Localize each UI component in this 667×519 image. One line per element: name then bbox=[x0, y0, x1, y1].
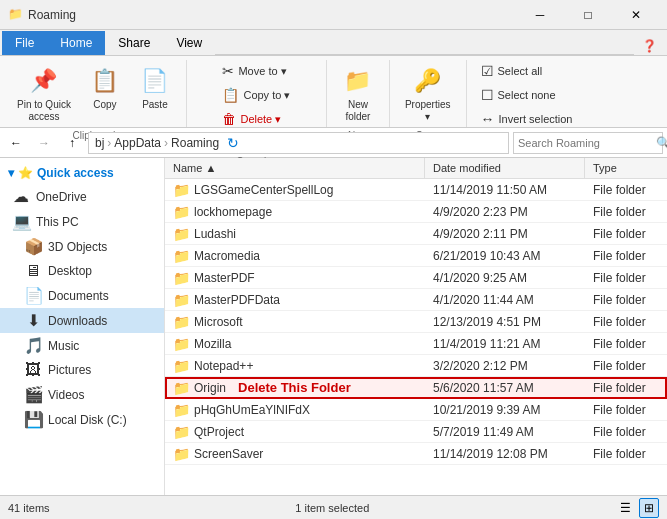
local-disk-icon: 💾 bbox=[24, 410, 42, 429]
file-type-cell: File folder bbox=[585, 313, 667, 331]
sidebar-item-this-pc[interactable]: 💻 This PC bbox=[0, 209, 164, 234]
tab-view[interactable]: View bbox=[163, 31, 215, 55]
properties-icon: 🔑 bbox=[412, 65, 444, 97]
address-path[interactable]: bj › AppData › Roaming ↻ bbox=[88, 132, 509, 154]
address-bar: ← → ↑ bj › AppData › Roaming ↻ 🔍 bbox=[0, 128, 667, 158]
table-row[interactable]: 📁Macromedia6/21/2019 10:43 AMFile folder bbox=[165, 245, 667, 267]
delete-label: Delete ▾ bbox=[240, 113, 281, 126]
search-input[interactable] bbox=[518, 137, 656, 149]
properties-button[interactable]: 🔑 Properties▾ bbox=[398, 60, 458, 128]
folder-icon: 📁 bbox=[173, 336, 190, 352]
copy-icon: 📋 bbox=[89, 65, 121, 97]
sidebar-item-videos[interactable]: 🎬 Videos bbox=[0, 382, 164, 407]
sidebar-item-local-disk-c[interactable]: 💾 Local Disk (C:) bbox=[0, 407, 164, 432]
pin-quick-access-button[interactable]: 📌 Pin to Quickaccess bbox=[10, 60, 78, 128]
details-view-button[interactable]: ☰ bbox=[615, 498, 635, 518]
table-row[interactable]: 📁LGSGameCenterSpellLog11/14/2019 11:50 A… bbox=[165, 179, 667, 201]
item-count: 41 items bbox=[8, 502, 50, 514]
sidebar: ▾ ⭐ Quick access ☁ OneDrive 💻 This PC 📦 … bbox=[0, 158, 165, 495]
tab-share[interactable]: Share bbox=[105, 31, 163, 55]
folder-icon: 📁 bbox=[173, 424, 190, 440]
delete-button[interactable]: 🗑 Delete ▾ bbox=[217, 108, 295, 130]
help-button[interactable]: ❓ bbox=[634, 37, 665, 55]
file-name: Macromedia bbox=[194, 249, 260, 263]
select-none-button[interactable]: ☐ Select none bbox=[476, 84, 578, 106]
copy-to-button[interactable]: 📋 Copy to ▾ bbox=[217, 84, 295, 106]
new-folder-button[interactable]: 📁 Newfolder bbox=[335, 60, 381, 128]
select-all-button[interactable]: ☑ Select all bbox=[476, 60, 578, 82]
path-segment-roaming[interactable]: Roaming bbox=[171, 136, 219, 150]
file-name: lockhomepage bbox=[194, 205, 272, 219]
videos-label: Videos bbox=[48, 388, 84, 402]
col-header-name[interactable]: Name ▲ bbox=[165, 158, 425, 178]
select-items: ☑ Select all ☐ Select none ↔ Invert sele… bbox=[476, 60, 578, 130]
table-row[interactable]: 📁Ludashi4/9/2020 2:11 PMFile folder bbox=[165, 223, 667, 245]
quick-access-label: Quick access bbox=[37, 166, 114, 180]
music-icon: 🎵 bbox=[24, 336, 42, 355]
file-list-header: Name ▲ Date modified Type bbox=[165, 158, 667, 179]
pictures-icon: 🖼 bbox=[24, 361, 42, 379]
tab-home[interactable]: Home bbox=[47, 31, 105, 55]
folder-icon: 📁 bbox=[173, 314, 190, 330]
file-name-cell: 📁MasterPDFData bbox=[165, 290, 425, 310]
file-name: Notepad++ bbox=[194, 359, 253, 373]
table-row[interactable]: 📁MasterPDF4/1/2020 9:25 AMFile folder bbox=[165, 267, 667, 289]
sidebar-item-pictures[interactable]: 🖼 Pictures bbox=[0, 358, 164, 382]
documents-label: Documents bbox=[48, 289, 109, 303]
sidebar-item-documents[interactable]: 📄 Documents bbox=[0, 283, 164, 308]
file-type-cell: File folder bbox=[585, 225, 667, 243]
file-type-cell: File folder bbox=[585, 247, 667, 265]
file-date-cell: 11/14/2019 11:50 AM bbox=[425, 181, 585, 199]
status-bar: 41 items 1 item selected ☰ ⊞ bbox=[0, 495, 667, 519]
table-row[interactable]: 📁Microsoft12/13/2019 4:51 PMFile folder bbox=[165, 311, 667, 333]
table-row[interactable]: 📁lockhomepage4/9/2020 2:23 PMFile folder bbox=[165, 201, 667, 223]
tab-file[interactable]: File bbox=[2, 31, 47, 55]
table-row[interactable]: 📁QtProject5/7/2019 11:49 AMFile folder bbox=[165, 421, 667, 443]
invert-selection-button[interactable]: ↔ Invert selection bbox=[476, 108, 578, 130]
sidebar-item-music[interactable]: 🎵 Music bbox=[0, 333, 164, 358]
move-to-button[interactable]: ✂ Move to ▾ bbox=[217, 60, 295, 82]
copyto-icon: 📋 bbox=[222, 87, 239, 103]
list-view-button[interactable]: ⊞ bbox=[639, 498, 659, 518]
back-button[interactable]: ← bbox=[4, 131, 28, 155]
folder-icon: 📁 bbox=[173, 248, 190, 264]
refresh-button[interactable]: ↻ bbox=[227, 135, 239, 151]
sidebar-item-onedrive[interactable]: ☁ OneDrive bbox=[0, 184, 164, 209]
paste-icon: 📄 bbox=[139, 65, 171, 97]
table-row[interactable]: 📁MasterPDFData4/1/2020 11:44 AMFile fold… bbox=[165, 289, 667, 311]
sidebar-header-quick-access[interactable]: ▾ ⭐ Quick access bbox=[0, 162, 164, 184]
col-header-date[interactable]: Date modified bbox=[425, 158, 585, 178]
file-date-cell: 11/14/2019 12:08 PM bbox=[425, 445, 585, 463]
minimize-button[interactable]: ─ bbox=[517, 0, 563, 30]
sidebar-item-downloads[interactable]: ⬇ Downloads bbox=[0, 308, 164, 333]
file-date-cell: 5/7/2019 11:49 AM bbox=[425, 423, 585, 441]
paste-label: Paste bbox=[142, 99, 168, 111]
file-name-cell: 📁lockhomepage bbox=[165, 202, 425, 222]
file-type-cell: File folder bbox=[585, 335, 667, 353]
this-pc-label: This PC bbox=[36, 215, 79, 229]
file-type-cell: File folder bbox=[585, 269, 667, 287]
table-row[interactable]: 📁Mozilla11/4/2019 11:21 AMFile folder bbox=[165, 333, 667, 355]
table-row[interactable]: 📁pHqGhUmEaYlNIFdX10/21/2019 9:39 AMFile … bbox=[165, 399, 667, 421]
sidebar-item-desktop[interactable]: 🖥 Desktop bbox=[0, 259, 164, 283]
copy-button[interactable]: 📋 Copy bbox=[82, 60, 128, 116]
table-row[interactable]: 📁ScreenSaver11/14/2019 12:08 PMFile fold… bbox=[165, 443, 667, 465]
col-header-type[interactable]: Type bbox=[585, 158, 667, 178]
table-row[interactable]: 📁OriginDelete This Folder5/6/2020 11:57 … bbox=[165, 377, 667, 399]
file-type-cell: File folder bbox=[585, 357, 667, 375]
close-button[interactable]: ✕ bbox=[613, 0, 659, 30]
move-icon: ✂ bbox=[222, 63, 234, 79]
invert-icon: ↔ bbox=[481, 111, 495, 127]
up-button[interactable]: ↑ bbox=[60, 131, 84, 155]
maximize-button[interactable]: □ bbox=[565, 0, 611, 30]
file-date-cell: 6/21/2019 10:43 AM bbox=[425, 247, 585, 265]
file-name: ScreenSaver bbox=[194, 447, 263, 461]
paste-button[interactable]: 📄 Paste bbox=[132, 60, 178, 116]
3d-objects-label: 3D Objects bbox=[48, 240, 107, 254]
path-segment-bj[interactable]: bj bbox=[95, 136, 104, 150]
path-segment-appdata[interactable]: AppData bbox=[114, 136, 161, 150]
sidebar-item-3d-objects[interactable]: 📦 3D Objects bbox=[0, 234, 164, 259]
forward-button[interactable]: → bbox=[32, 131, 56, 155]
copy-label: Copy bbox=[93, 99, 116, 111]
table-row[interactable]: 📁Notepad++3/2/2020 2:12 PMFile folder bbox=[165, 355, 667, 377]
